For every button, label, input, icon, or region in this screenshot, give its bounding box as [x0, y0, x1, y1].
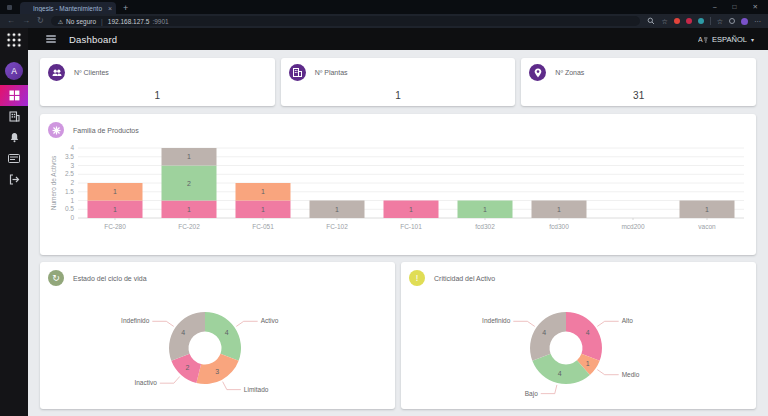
language-selector[interactable]: A ESPAÑOL ▾ — [698, 35, 768, 44]
donut-label: Activo — [261, 317, 279, 324]
new-tab-icon[interactable]: + — [123, 4, 128, 13]
donut-label: Indefinido — [121, 317, 150, 324]
svg-text:FC-051: FC-051 — [252, 223, 274, 230]
url-port: :9901 — [152, 18, 168, 25]
forward-icon[interactable]: → — [22, 17, 30, 25]
chart-title: Familia de Productos — [73, 127, 139, 134]
donut-label: Alto — [622, 317, 634, 324]
sidebar-item-dashboard[interactable] — [0, 85, 28, 106]
browser-tab-strip: Ingesis - Mantenimiento × + – □ ✕ — [0, 0, 768, 14]
chevron-down-icon: ▾ — [751, 36, 754, 43]
criticality-donut-svg: 4Alto1Medio4Bajo4Indefinido — [409, 286, 748, 401]
favorites-star-icon[interactable]: ☆ — [717, 18, 723, 25]
donut-slice — [205, 312, 241, 361]
toolbar-icons: ☆ ☆ ⋯ — [647, 17, 761, 25]
users-icon — [48, 64, 65, 81]
svg-text:4: 4 — [558, 370, 562, 377]
app-header: Dashboard A ESPAÑOL ▾ — [0, 28, 768, 50]
lifecycle-card: ↻ Estado del ciclo de vida 4Activo3Limit… — [40, 262, 395, 409]
svg-text:Numero de Activos: Numero de Activos — [50, 155, 57, 210]
search-icon[interactable] — [647, 17, 655, 25]
language-label: ESPAÑOL — [712, 35, 747, 44]
criticality-icon: ! — [409, 270, 425, 286]
svg-text:2: 2 — [70, 179, 74, 186]
product-family-icon — [48, 122, 64, 138]
svg-text:FC-280: FC-280 — [104, 223, 126, 230]
svg-text:2.5: 2.5 — [65, 170, 74, 177]
lifecycle-icon: ↻ — [48, 270, 64, 286]
maximize-icon[interactable]: □ — [733, 3, 737, 11]
browser-tab[interactable]: Ingesis - Mantenimiento × — [20, 2, 116, 14]
svg-text:2: 2 — [187, 180, 191, 187]
donut-slice — [530, 312, 566, 361]
browser-essentials-icon[interactable] — [729, 18, 735, 24]
svg-text:1: 1 — [70, 197, 74, 204]
svg-text:1: 1 — [261, 188, 265, 195]
dashboard-grid-icon — [9, 90, 20, 101]
collections-icon[interactable]: ☆ — [661, 18, 667, 25]
minimize-icon[interactable]: – — [713, 3, 717, 11]
svg-text:FC-101: FC-101 — [400, 223, 422, 230]
window-close-icon[interactable]: ✕ — [753, 3, 758, 11]
extension-red-icon[interactable] — [674, 18, 680, 24]
svg-text:1: 1 — [335, 206, 339, 213]
not-secure-label[interactable]: No seguro — [66, 18, 96, 25]
page-title: Dashboard — [69, 34, 117, 45]
browser-profile-avatar[interactable] — [741, 18, 748, 25]
workspace-icon[interactable] — [7, 5, 12, 10]
stat-label: Nº Zonas — [555, 69, 584, 76]
svg-text:3.5: 3.5 — [65, 153, 74, 160]
stat-card-clientes: Nº Clientes 1 — [40, 58, 275, 106]
chart-title: Estado del ciclo de vida — [73, 275, 147, 282]
svg-text:4: 4 — [542, 329, 546, 336]
back-icon[interactable]: ← — [7, 17, 15, 25]
stat-value: 1 — [48, 90, 267, 101]
bottom-row: ↻ Estado del ciclo de vida 4Activo3Limit… — [40, 262, 756, 409]
svg-text:fcd302: fcd302 — [475, 223, 495, 230]
bar-chart-svg: 00.511.522.533.54Numero de ActivosFC-280… — [48, 142, 748, 245]
stat-value: 31 — [529, 90, 748, 101]
license-card-icon — [8, 154, 20, 163]
svg-text:0: 0 — [70, 214, 74, 221]
app-logo — [6, 32, 22, 48]
extension-teal-icon[interactable] — [698, 18, 704, 24]
menu-icon[interactable] — [46, 35, 56, 43]
main-content: Nº Clientes 1 Nº Plantas 1 Nº — [28, 50, 768, 416]
product-family-card: Familia de Productos 00.511.522.533.54Nu… — [40, 114, 756, 255]
user-avatar[interactable]: A — [5, 62, 23, 80]
svg-text:1: 1 — [409, 206, 413, 213]
svg-text:4: 4 — [181, 329, 185, 336]
svg-text:1: 1 — [187, 206, 191, 213]
screen: Ingesis - Mantenimiento × + – □ ✕ ← → ↻ … — [0, 0, 768, 416]
window-controls: – □ ✕ — [713, 3, 768, 14]
factory-icon — [9, 111, 20, 122]
chart-title: Criticidad del Activo — [434, 275, 495, 282]
sidebar-item-salir[interactable] — [0, 169, 28, 190]
sidebar-item-notificaciones[interactable] — [0, 127, 28, 148]
donut-slice — [566, 312, 602, 361]
svg-text:3: 3 — [70, 162, 74, 169]
browser-address-bar: ← → ↻ ⚠ No seguro | 192.168.127.5:9901 ☆… — [0, 14, 768, 28]
svg-text:4: 4 — [70, 144, 74, 151]
donut-label: Inactivo — [134, 379, 157, 386]
svg-text:1: 1 — [261, 206, 265, 213]
svg-text:4: 4 — [586, 329, 590, 336]
sidebar: A — [0, 28, 28, 416]
svg-text:1: 1 — [187, 153, 191, 160]
stats-row: Nº Clientes 1 Nº Plantas 1 Nº — [40, 58, 756, 106]
not-secure-warning-icon: ⚠ — [58, 18, 63, 25]
factory-icon — [289, 64, 306, 81]
extension-crimson-icon[interactable] — [686, 18, 692, 24]
tab-close-icon[interactable]: × — [108, 5, 112, 12]
bell-icon — [9, 132, 20, 143]
svg-text:1: 1 — [586, 360, 590, 367]
url-host: 192.168.127.5 — [108, 18, 150, 25]
toolbar-divider — [710, 17, 711, 25]
sidebar-item-licencias[interactable] — [0, 148, 28, 169]
browser-menu-icon[interactable]: ⋯ — [754, 18, 761, 25]
donut-label: Medio — [622, 371, 640, 378]
sidebar-item-plantas[interactable] — [0, 106, 28, 127]
reload-icon[interactable]: ↻ — [37, 17, 44, 25]
url-input[interactable]: ⚠ No seguro | 192.168.127.5:9901 — [51, 16, 641, 26]
stat-card-zonas: Nº Zonas 31 — [521, 58, 756, 106]
